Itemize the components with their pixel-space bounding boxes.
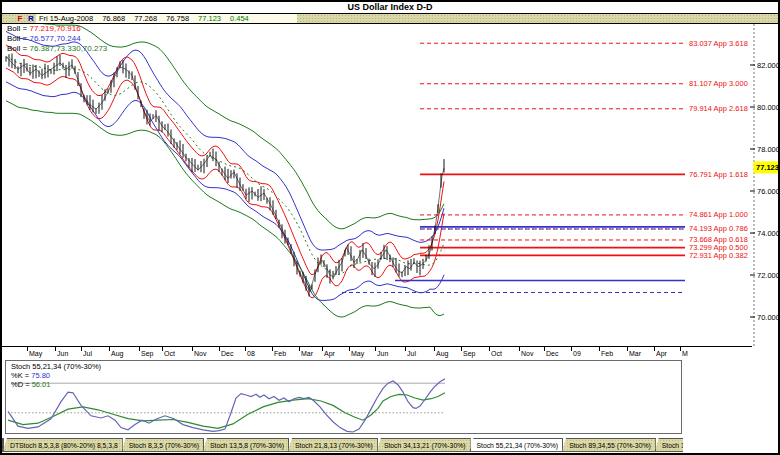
time-axis-label: Nov	[194, 350, 206, 357]
time-axis-label: Aug	[111, 350, 123, 357]
quote-field[interactable]: Fri 15-Aug-200876.86877.26876.75877.1230…	[36, 14, 297, 23]
boll-readout-1: Boll = 77.219,70.916	[7, 24, 107, 34]
boll-readout-3: Boll = 76.387,73.330,70.273	[7, 44, 107, 54]
stochastic-panel[interactable]: Stoch 55,21,34 (70%-30%) %K = 75.80 %D =…	[5, 360, 682, 434]
time-axis-label: Jun	[57, 350, 68, 357]
time-axis-tick	[571, 347, 572, 351]
svg-text:83.037 App 3.618: 83.037 App 3.618	[689, 39, 748, 48]
quote-change: 0.454	[230, 14, 249, 23]
time-axis-label: Oct	[491, 350, 502, 357]
time-axis-tick	[109, 347, 110, 351]
svg-text:77.123: 77.123	[756, 163, 779, 172]
time-axis-label: 08	[247, 350, 255, 357]
svg-text:80.000: 80.000	[757, 103, 780, 112]
current-price-tag: 77.123	[754, 161, 780, 173]
svg-text:74.861 App 1.000: 74.861 App 1.000	[689, 210, 748, 219]
time-axis-label: Jul	[83, 350, 92, 357]
svg-text:72.931 App 0.382: 72.931 App 0.382	[689, 251, 748, 260]
r-button[interactable]: R	[26, 14, 36, 23]
stoch-title: Stoch 55,21,34 (70%-30%)	[11, 362, 101, 371]
quote-high: 77.268	[134, 14, 157, 23]
time-axis-tick	[519, 347, 520, 351]
time-axis-label: Sep	[463, 350, 475, 357]
time-axis-tick	[219, 347, 220, 351]
stoch-d-line	[8, 393, 445, 429]
boll-readout-2: Boll = 76.577,70.244	[7, 34, 107, 44]
time-axis-tick	[599, 347, 600, 351]
indicator-tab-4[interactable]: Stoch 34,13,21 (70%-30%)	[377, 438, 471, 451]
time-axis-tick	[405, 347, 406, 351]
time-axis-label: Mar	[629, 350, 641, 357]
time-axis-label: Dec	[221, 350, 233, 357]
time-axis-tick	[299, 347, 300, 351]
time-axis-label: Dec	[546, 350, 558, 357]
time-axis-label: May	[351, 350, 364, 357]
indicator-tab-1[interactable]: Stoch 8,3,5 (70%-30%)	[122, 438, 204, 451]
time-axis-tick	[375, 347, 376, 351]
stoch-k-readout: %K = 75.80	[11, 371, 101, 380]
svg-text:70.000: 70.000	[757, 313, 780, 322]
time-axis-tick	[654, 347, 655, 351]
price-series	[6, 54, 444, 297]
time-axis-label: Jul	[407, 350, 416, 357]
time-axis-label: May	[29, 350, 42, 357]
time-axis-tick	[27, 347, 28, 351]
indicator-tab-2[interactable]: Stoch 13,5,8 (70%-30%)	[203, 438, 289, 451]
indicator-tab-3[interactable]: Stoch 21,8,13 (70%-30%)	[288, 438, 378, 451]
time-axis-label: Sep	[141, 350, 153, 357]
time-axis-tick	[55, 347, 56, 351]
f-button[interactable]: F	[15, 14, 25, 23]
svg-text:78.000: 78.000	[757, 145, 780, 154]
time-axis-tick	[81, 347, 82, 351]
quote-open: 76.868	[102, 14, 125, 23]
time-axis-tick	[461, 347, 462, 351]
main-price-chart[interactable]: 83.037 App 3.61881.107 App 3.00079.914 A…	[2, 24, 780, 346]
time-axis-label: Jun	[377, 350, 388, 357]
svg-text:74.193 App 0.786: 74.193 App 0.786	[689, 224, 748, 233]
stochastic-chart[interactable]	[6, 361, 681, 433]
svg-text:76.791 App 1.618: 76.791 App 1.618	[689, 170, 748, 179]
time-axis-tick	[139, 347, 140, 351]
time-axis-tick	[627, 347, 628, 351]
indicator-tab-6[interactable]: Stoch 89,34,55 (70%-30%)	[562, 438, 656, 451]
time-axis-tick	[272, 347, 273, 351]
window-title: US Dollar Index D-D	[2, 2, 778, 13]
svg-text:74.000: 74.000	[757, 229, 780, 238]
price-axis: 82.00080.00078.00076.00074.00072.00070.0…	[750, 24, 780, 346]
svg-text:79.914 App 2.618: 79.914 App 2.618	[689, 104, 748, 113]
svg-text:81.107 App 3.000: 81.107 App 3.000	[689, 79, 748, 88]
indicator-tab-7[interactable]: Stoch 144,55,89 (70%-30%)	[655, 438, 683, 451]
time-axis-label: Feb	[274, 350, 286, 357]
time-axis-line	[2, 346, 752, 347]
stoch-d-readout: %D = 56.01	[11, 380, 101, 389]
time-axis-tick	[162, 347, 163, 351]
time-axis-label: Mar	[301, 350, 313, 357]
time-axis-label: Apr	[656, 350, 667, 357]
time-axis-tick	[349, 347, 350, 351]
time-axis-tick	[322, 347, 323, 351]
time-axis: MayJunJulAugSepOctNovDec08FebMarAprMayJu…	[2, 346, 780, 360]
time-axis-label: Feb	[601, 350, 613, 357]
time-axis-label: Nov	[521, 350, 533, 357]
time-axis-tick	[245, 347, 246, 351]
stochastic-readouts: Stoch 55,21,34 (70%-30%) %K = 75.80 %D =…	[11, 362, 101, 389]
indicator-tab-0[interactable]: DTStoch 8,5,3,8 (80%-20%) 8,5,3,8	[3, 438, 123, 451]
time-axis-label: Aug	[436, 350, 448, 357]
quote-date: Fri 15-Aug-2008	[39, 14, 93, 23]
time-axis-tick	[544, 347, 545, 351]
time-axis-tick	[192, 347, 193, 351]
toolbar: F R Fri 15-Aug-200876.86877.26876.75877.…	[2, 13, 778, 24]
time-axis-tick	[434, 347, 435, 351]
time-axis-label: 09	[573, 350, 581, 357]
indicator-tab-5[interactable]: Stoch 55,21,34 (70%-30%)	[470, 438, 564, 451]
time-axis-label: M	[682, 350, 688, 357]
time-axis-label: Apr	[324, 350, 335, 357]
bollinger-readouts: Boll = 77.219,70.916 Boll = 76.577,70.24…	[7, 24, 107, 54]
indicator-tab-bar: DTStoch 8,5,3,8 (80%-20%) 8,5,3,8Stoch 8…	[2, 436, 683, 452]
chart-window: US Dollar Index D-D F R Fri 15-Aug-20087…	[0, 0, 780, 455]
time-axis-label: Oct	[164, 350, 175, 357]
quote-close: 77.123	[198, 14, 221, 23]
svg-text:72.000: 72.000	[757, 271, 780, 280]
time-axis-tick	[489, 347, 490, 351]
svg-text:82.000: 82.000	[757, 61, 780, 70]
